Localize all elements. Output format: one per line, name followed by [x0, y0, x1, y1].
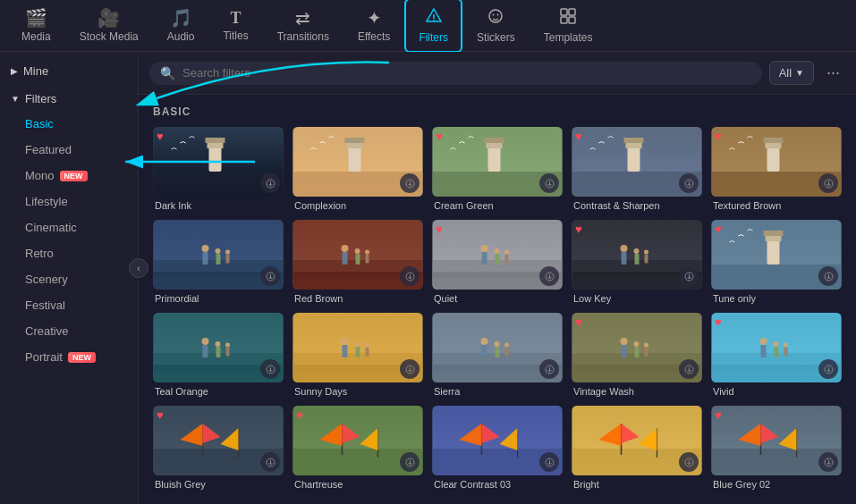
content-area: 🔍 All ▼ ··· BASIC	[139, 52, 856, 504]
download-icon[interactable]	[818, 173, 838, 193]
heart-icon[interactable]: ♥	[436, 130, 443, 142]
download-icon[interactable]	[260, 266, 280, 286]
nav-transitions[interactable]: ⇄ Transitions	[263, 0, 343, 52]
download-icon[interactable]	[679, 173, 699, 193]
sidebar: ▶ Mine ▼ Filters Basic	[0, 52, 139, 504]
svg-rect-92	[767, 238, 780, 265]
filter-card-textured-brown[interactable]: ♥Textured Brown	[711, 127, 842, 211]
sidebar-item-cinematic[interactable]: Cinematic	[0, 214, 138, 240]
sidebar-item-lifestyle[interactable]: Lifestyle	[0, 189, 138, 214]
filter-card-tune-only[interactable]: ♥Tune only	[711, 220, 842, 304]
mine-arrow-icon: ▶	[11, 66, 18, 76]
nav-media[interactable]: 🎬 Media	[7, 0, 65, 52]
filter-name-tune-only: Tune only	[711, 293, 842, 304]
download-icon[interactable]	[400, 359, 420, 379]
download-icon[interactable]	[539, 359, 559, 379]
download-icon[interactable]	[400, 266, 420, 286]
nav-stock-media[interactable]: 🎥 Stock Media	[65, 0, 153, 52]
heart-icon[interactable]: ♥	[715, 316, 722, 328]
main-area: ▶ Mine ▼ Filters Basic	[0, 52, 856, 504]
filter-name-dark-ink: Dark Ink	[153, 200, 284, 211]
heart-icon[interactable]: ♥	[575, 316, 582, 328]
filter-card-vivid[interactable]: ♥Vivid	[711, 313, 842, 397]
svg-point-137	[644, 343, 648, 348]
sidebar-item-featured[interactable]: Featured	[0, 137, 138, 163]
download-icon[interactable]	[400, 173, 420, 193]
heart-icon[interactable]: ♥	[715, 409, 722, 421]
download-icon[interactable]	[818, 266, 838, 286]
download-icon[interactable]	[539, 173, 559, 193]
stickers-icon	[487, 7, 504, 28]
filter-card-bluish-grey[interactable]: ♥Bluish Grey	[153, 406, 284, 490]
filter-card-dark-ink[interactable]: ♥Dark Ink	[153, 127, 284, 211]
nav-effects[interactable]: ✦ Effects	[343, 0, 404, 52]
nav-filters[interactable]: Filters	[404, 0, 462, 53]
svg-rect-147	[775, 347, 779, 357]
sidebar-collapse-button[interactable]: ‹	[129, 258, 148, 278]
sidebar-item-scenery[interactable]: Scenery	[0, 266, 138, 292]
filter-all-button[interactable]: All ▼	[769, 61, 814, 85]
sidebar-mine-header[interactable]: ▶ Mine	[0, 59, 138, 83]
filter-thumb-tune-only: ♥	[711, 220, 842, 290]
filter-card-chartreuse[interactable]: ♥Chartreuse	[292, 406, 423, 490]
search-input-wrapper: 🔍	[149, 62, 762, 85]
heart-icon[interactable]: ♥	[575, 223, 582, 235]
svg-rect-116	[366, 348, 369, 357]
filter-card-primordial[interactable]: Primordial	[153, 220, 284, 304]
heart-icon[interactable]: ♥	[575, 130, 582, 142]
heart-icon[interactable]: ♥	[157, 130, 164, 142]
download-icon[interactable]	[679, 266, 699, 286]
heart-icon[interactable]: ♥	[715, 223, 722, 235]
download-icon[interactable]	[260, 173, 280, 193]
download-icon[interactable]	[400, 452, 420, 472]
search-input[interactable]	[182, 66, 751, 80]
sidebar-filters-header[interactable]: ▼ Filters	[0, 87, 138, 111]
svg-rect-94	[764, 231, 784, 236]
heart-icon[interactable]: ♥	[296, 409, 303, 421]
filter-card-contrast-sharpen[interactable]: ♥Contrast & Sharpen	[572, 127, 702, 211]
sidebar-item-basic[interactable]: Basic	[0, 111, 138, 137]
titles-icon: T	[231, 10, 242, 26]
download-icon[interactable]	[818, 452, 838, 472]
heart-icon[interactable]: ♥	[157, 409, 164, 421]
svg-rect-134	[622, 345, 627, 357]
sidebar-item-festival[interactable]: Festival	[0, 292, 138, 318]
svg-point-126	[504, 343, 509, 348]
filter-card-bright[interactable]: Bright	[572, 406, 702, 490]
download-icon[interactable]	[679, 452, 699, 472]
templates-icon	[559, 7, 577, 28]
filter-card-quiet[interactable]: ♥Quiet	[432, 220, 563, 304]
svg-point-146	[774, 341, 779, 347]
filter-name-cream-green: Cream Green	[432, 200, 563, 211]
svg-rect-65	[366, 255, 369, 264]
sidebar-item-retro[interactable]: Retro	[0, 240, 138, 266]
filter-card-vintage-wash[interactable]: ♥Vintage Wash	[572, 313, 702, 397]
filter-card-sunny-days[interactable]: Sunny Days	[292, 313, 423, 397]
filter-card-sierra[interactable]: Sierra	[432, 313, 563, 397]
svg-rect-27	[488, 145, 501, 172]
filter-card-red-brown[interactable]: Red Brown	[292, 220, 423, 304]
filter-card-cream-green[interactable]: ♥Cream Green	[432, 127, 563, 211]
filter-card-complexion[interactable]: Complexion	[292, 127, 423, 211]
download-icon[interactable]	[260, 452, 280, 472]
sidebar-item-mono[interactable]: Mono NEW	[0, 163, 138, 189]
filter-card-teal-orange[interactable]: Teal Orange	[153, 313, 284, 397]
nav-templates[interactable]: Templates	[530, 0, 607, 53]
sidebar-filters-section: ▼ Filters Basic Featured	[0, 87, 138, 370]
nav-audio[interactable]: 🎵 Audio	[153, 0, 209, 52]
more-options-button[interactable]: ···	[821, 62, 845, 84]
heart-icon[interactable]: ♥	[436, 223, 443, 235]
download-icon[interactable]	[818, 359, 838, 379]
download-icon[interactable]	[539, 266, 559, 286]
heart-icon[interactable]: ♥	[715, 130, 722, 142]
filter-card-clear-contrast-03[interactable]: Clear Contrast 03	[432, 406, 563, 490]
nav-titles[interactable]: T Titles	[208, 1, 262, 51]
sidebar-item-portrait[interactable]: Portrait NEW	[0, 344, 138, 370]
sidebar-item-creative[interactable]: Creative	[0, 318, 138, 344]
download-icon[interactable]	[679, 359, 699, 379]
nav-stickers[interactable]: Stickers	[462, 0, 530, 53]
download-icon[interactable]	[539, 452, 559, 472]
download-icon[interactable]	[260, 359, 280, 379]
filter-card-blue-grey-02[interactable]: ♥Blue Grey 02	[711, 406, 842, 490]
filter-card-low-key[interactable]: ♥Low Key	[572, 220, 702, 304]
